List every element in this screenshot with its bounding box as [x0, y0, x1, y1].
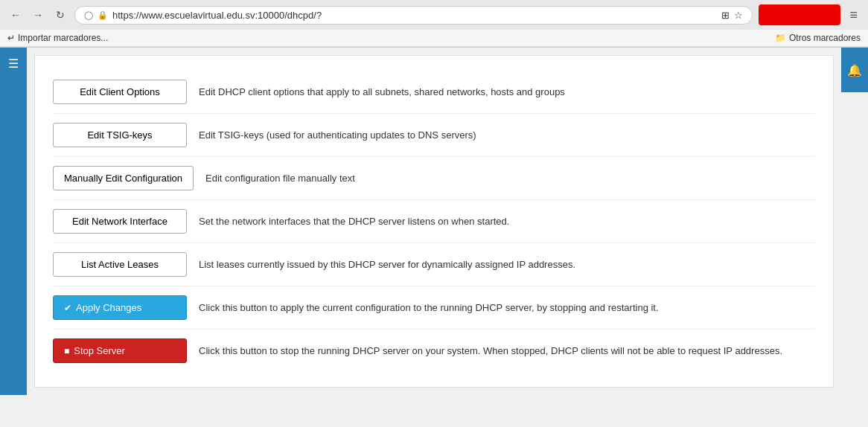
- copy-icon: ⊞: [721, 10, 730, 21]
- address-bar[interactable]: ◯ 🔒 https://www.escuelavirtual.edu.sv:10…: [74, 6, 753, 25]
- edit-network-interface-description: Set the network interfaces that the DHCP…: [199, 216, 815, 227]
- edit-network-interface-button[interactable]: Edit Network Interface: [53, 209, 187, 234]
- notification-button[interactable]: 🔔: [841, 48, 868, 92]
- action-row-manually-edit-config: Manually Edit ConfigurationEdit configur…: [53, 157, 815, 200]
- edit-client-options-button[interactable]: Edit Client Options: [53, 80, 187, 104]
- manually-edit-config-description: Edit configuration file manually text: [205, 173, 815, 184]
- action-row-edit-network-interface: Edit Network InterfaceSet the network in…: [53, 200, 815, 243]
- edit-client-options-label: Edit Client Options: [80, 86, 160, 97]
- edit-tsig-keys-label: Edit TSIG-keys: [87, 129, 152, 141]
- action-row-edit-tsig-keys: Edit TSIG-keysEdit TSIG-keys (used for a…: [53, 114, 815, 157]
- shield-icon: ◯: [84, 10, 93, 20]
- action-row-edit-client-options: Edit Client OptionsEdit DHCP client opti…: [53, 71, 815, 114]
- manually-edit-config-label: Manually Edit Configuration: [64, 173, 182, 184]
- sidebar-toggle-button[interactable]: ☰: [0, 48, 27, 395]
- page-content: ☰ Edit Client OptionsEdit DHCP client op…: [0, 48, 868, 395]
- stop-server-button[interactable]: ■Stop Server: [53, 338, 187, 363]
- back-button[interactable]: ←: [7, 7, 24, 23]
- action-row-apply-changes: ✔Apply ChangesClick this button to apply…: [53, 286, 815, 330]
- edit-client-options-description: Edit DHCP client options that apply to a…: [199, 86, 815, 97]
- action-row-stop-server: ■Stop ServerClick this button to stop th…: [53, 330, 815, 372]
- manually-edit-config-button[interactable]: Manually Edit Configuration: [53, 166, 194, 190]
- apply-changes-button[interactable]: ✔Apply Changes: [53, 295, 187, 320]
- apply-changes-icon: ✔: [64, 303, 71, 313]
- bell-icon: 🔔: [847, 63, 862, 77]
- menu-button[interactable]: ≡: [846, 7, 861, 23]
- apply-changes-description: Click this button to apply the current c…: [199, 302, 815, 313]
- import-bookmarks-label[interactable]: Importar marcadores...: [18, 33, 108, 43]
- list-active-leases-label: List Active Leases: [81, 259, 159, 270]
- stop-server-label: Stop Server: [74, 345, 125, 356]
- action-row-list-active-leases: List Active LeasesList leases currently …: [53, 243, 815, 286]
- list-active-leases-button[interactable]: List Active Leases: [53, 252, 187, 277]
- url-text: https://www.escuelavirtual.edu.sv:10000/…: [112, 10, 717, 21]
- star-icon: ☆: [734, 10, 743, 21]
- list-active-leases-description: List leases currently issued by this DHC…: [199, 259, 815, 270]
- hamburger-icon: ☰: [8, 57, 19, 71]
- import-icon: ↵: [7, 33, 15, 43]
- folder-icon: 📁: [775, 33, 786, 43]
- browser-chrome: ← → ↻ ◯ 🔒 https://www.escuelavirtual.edu…: [0, 0, 868, 48]
- otros-marcadores-label[interactable]: Otros marcadores: [789, 33, 861, 43]
- bookmarks-left: ↵ Importar marcadores...: [7, 33, 108, 43]
- refresh-button[interactable]: ↻: [52, 7, 68, 23]
- main-panel: Edit Client OptionsEdit DHCP client opti…: [34, 55, 834, 388]
- edit-network-interface-label: Edit Network Interface: [72, 216, 167, 227]
- lock-icon: 🔒: [98, 10, 108, 20]
- forward-button[interactable]: →: [30, 7, 46, 23]
- bookmarks-right: 📁 Otros marcadores: [775, 33, 861, 43]
- apply-changes-label: Apply Changes: [76, 302, 141, 313]
- stop-server-description: Click this button to stop the running DH…: [199, 345, 815, 356]
- stop-server-icon: ■: [64, 346, 69, 356]
- profile-button[interactable]: [759, 4, 840, 25]
- browser-toolbar: ← → ↻ ◯ 🔒 https://www.escuelavirtual.edu…: [0, 0, 868, 30]
- edit-tsig-keys-button[interactable]: Edit TSIG-keys: [53, 123, 187, 147]
- edit-tsig-keys-description: Edit TSIG-keys (used for authenticating …: [199, 129, 815, 141]
- bookmarks-bar: ↵ Importar marcadores... 📁 Otros marcado…: [0, 30, 868, 47]
